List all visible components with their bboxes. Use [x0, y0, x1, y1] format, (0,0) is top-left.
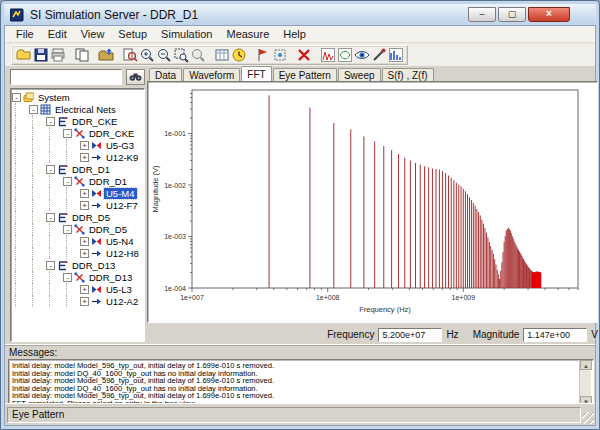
tree-expander[interactable]: +: [80, 189, 89, 198]
toolbar-view-button[interactable]: [353, 47, 370, 64]
messages-scrollbar[interactable]: ▲ ▼: [579, 360, 591, 406]
minimize-button[interactable]: –: [468, 7, 496, 22]
tree-item-label[interactable]: System: [36, 92, 72, 103]
tree-item-u12-k9[interactable]: +U12-K9: [11, 151, 144, 163]
tree-expander[interactable]: -: [46, 165, 55, 174]
menu-simulation[interactable]: Simulation: [154, 27, 219, 41]
toolbar-probe-button[interactable]: [370, 47, 387, 64]
tab-data[interactable]: Data: [149, 68, 182, 81]
toolbar-abort-button[interactable]: [295, 47, 312, 64]
tree-item-ddr-d13[interactable]: -DDR_D13: [11, 271, 144, 283]
tree-expander[interactable]: -: [46, 261, 55, 270]
tree-item-label[interactable]: DDR_D5: [87, 224, 129, 235]
tree-item-label[interactable]: U5-M4: [104, 188, 137, 199]
toolbar-zoom-out-button[interactable]: [155, 47, 172, 64]
scroll-up-icon[interactable]: ▲: [580, 360, 592, 370]
tree-item-label[interactable]: U5-L3: [104, 284, 134, 295]
tree-item-u12-h8[interactable]: +U12-H8: [11, 247, 144, 259]
tree-expander[interactable]: +: [80, 153, 89, 162]
tree-item-ddr-d1[interactable]: -DDR_D1: [11, 175, 144, 187]
toolbar-zoom-select-button[interactable]: [121, 47, 138, 64]
toolbar-data-sheet-button[interactable]: [213, 47, 230, 64]
tree-expander[interactable]: -: [63, 273, 72, 282]
tree-expander[interactable]: -: [63, 177, 72, 186]
menu-edit[interactable]: Edit: [41, 27, 74, 41]
tree-item-label[interactable]: U12-K9: [104, 152, 140, 163]
toolbar-marker-button[interactable]: [271, 47, 288, 64]
frequency-field[interactable]: 5.200e+07: [378, 328, 442, 342]
messages-box[interactable]: Initial delay: model Model_596_typ_out, …: [8, 359, 594, 407]
toolbar-zoom-in-button[interactable]: [138, 47, 155, 64]
maximize-button[interactable]: ▢: [498, 7, 526, 22]
toolbar-clock-button[interactable]: [230, 47, 247, 64]
horizontal-splitter[interactable]: [5, 344, 595, 346]
tree-item-label[interactable]: DDR_D13: [70, 260, 117, 271]
tree-item-u5-g3[interactable]: +U5-G3: [11, 139, 144, 151]
tree-expander[interactable]: +: [80, 297, 89, 306]
toolbar-open-button[interactable]: [15, 47, 32, 64]
tree-item-u12-a2[interactable]: +U12-A2: [11, 295, 144, 307]
menu-file[interactable]: File: [9, 27, 41, 41]
tree-item-ddr-d1[interactable]: -DDR_D1: [11, 163, 144, 175]
toolbar-zoom-area-button[interactable]: [172, 47, 189, 64]
tab-fft[interactable]: FFT: [241, 66, 271, 81]
tree-item-label[interactable]: Electrical Nets: [53, 104, 118, 115]
menu-setup[interactable]: Setup: [111, 27, 154, 41]
tree-item-label[interactable]: U5-G3: [104, 140, 136, 151]
tree-item-ddr-cke[interactable]: -DDR_CKE: [11, 127, 144, 139]
tree-item-label[interactable]: U12-H8: [104, 248, 141, 259]
tree-item-u5-n4[interactable]: +U5-N4: [11, 235, 144, 247]
tree-expander[interactable]: -: [46, 117, 55, 126]
tree-item-u5-l3[interactable]: +U5-L3: [11, 283, 144, 295]
tree-item-label[interactable]: U12-F7: [104, 200, 140, 211]
tree-expander[interactable]: -: [63, 129, 72, 138]
menu-view[interactable]: View: [74, 27, 112, 41]
toolbar-run-button[interactable]: [254, 47, 271, 64]
tree-expander[interactable]: -: [63, 225, 72, 234]
tree-item-label[interactable]: DDR_CKE: [87, 128, 136, 139]
tree-expander[interactable]: +: [80, 285, 89, 294]
toolbar-waveform-plot-button[interactable]: [319, 47, 336, 64]
toolbar-zoom-off-button[interactable]: [189, 47, 206, 64]
tree-item-label[interactable]: DDR_D13: [87, 272, 134, 283]
toolbar-print-button[interactable]: [49, 47, 66, 64]
tree-expander[interactable]: -: [29, 105, 38, 114]
tree-item-label[interactable]: DDR_D1: [87, 176, 129, 187]
tree-item-electrical-nets[interactable]: -Electrical Nets: [11, 103, 144, 115]
tree-expander[interactable]: -: [46, 213, 55, 222]
fft-chart-panel[interactable]: 1e-0011e-0021e-0031e-0041e+0071e+0081e+0…: [147, 81, 598, 323]
tree-item-ddr-cke[interactable]: -DDR_CKE: [11, 115, 144, 127]
tree-expander[interactable]: +: [80, 201, 89, 210]
find-button[interactable]: [126, 69, 145, 85]
tab-sweep[interactable]: Sweep: [338, 68, 381, 81]
menu-help[interactable]: Help: [276, 27, 313, 41]
tab-waveform[interactable]: Waveform: [183, 68, 240, 81]
toolbar-fft-plot-button[interactable]: [387, 47, 404, 64]
tree-item-label[interactable]: DDR_D1: [70, 164, 112, 175]
title-bar[interactable]: SI Simulation Server - DDR_D1 – ▢ ×: [4, 4, 596, 25]
tree-item-label[interactable]: U5-N4: [104, 236, 135, 247]
tree-item-u12-f7[interactable]: +U12-F7: [11, 199, 144, 211]
tree-item-u5-m4[interactable]: +U5-M4: [11, 187, 144, 199]
tree-item-ddr-d13[interactable]: -DDR_D13: [11, 259, 144, 271]
toolbar-eye-plot-button[interactable]: [336, 47, 353, 64]
tree-expander[interactable]: -: [12, 93, 21, 102]
tree-item-ddr-d5[interactable]: -DDR_D5: [11, 211, 144, 223]
tree-item-ddr-d5[interactable]: -DDR_D5: [11, 223, 144, 235]
toolbar-save-button[interactable]: [32, 47, 49, 64]
tab-s-f-z-f[interactable]: S(f) , Z(f): [382, 68, 434, 81]
tree-expander[interactable]: +: [80, 237, 89, 246]
toolbar-copy-button[interactable]: [73, 47, 90, 64]
toolbar-export-button[interactable]: [97, 47, 114, 64]
tree-item-label[interactable]: DDR_D5: [70, 212, 112, 223]
tree-item-label[interactable]: U12-A2: [104, 296, 140, 307]
resize-grip[interactable]: [582, 412, 594, 424]
close-button[interactable]: ×: [528, 7, 570, 22]
tree-item-label[interactable]: DDR_CKE: [70, 116, 119, 127]
tab-eye-pattern[interactable]: Eye Pattern: [273, 68, 337, 81]
tree-find-input[interactable]: [10, 69, 122, 85]
magnitude-field[interactable]: 1.147e+00: [523, 328, 587, 342]
menu-measure[interactable]: Measure: [219, 27, 276, 41]
tree-expander[interactable]: +: [80, 249, 89, 258]
tree-item-system[interactable]: -System: [11, 91, 144, 103]
